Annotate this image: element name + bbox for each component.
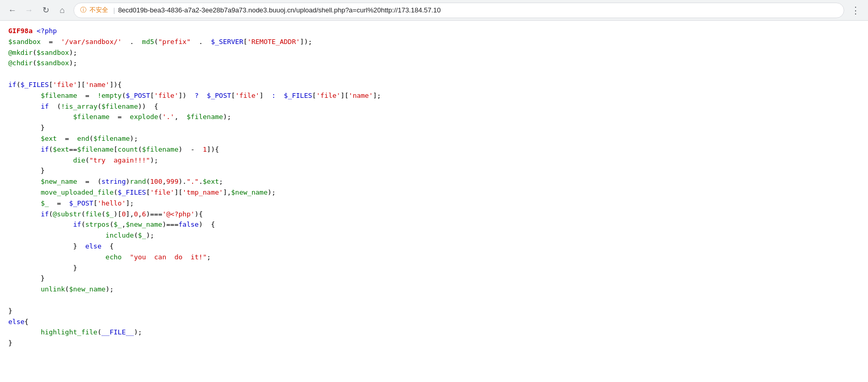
- code-line-12: if($ext==$filename[count($filename) - 1]…: [8, 144, 860, 155]
- code-line-22: echo "you can do it!";: [8, 252, 860, 263]
- code-line-3: @mkdir($sandbox);: [8, 48, 860, 58]
- code-line-17: $_ = $_POST['hello'];: [8, 198, 860, 209]
- code-line-1: GIF98a <?php: [8, 26, 860, 37]
- code-line-18: if(@substr(file($_)[0],0,6)==='@<?php'){: [8, 209, 860, 220]
- code-line-15: $new_name = (string)rand(100,999).".".$e…: [8, 177, 860, 187]
- code-line-11: $ext = end($filename);: [8, 134, 860, 144]
- code-line-20: include($_);: [8, 230, 860, 241]
- back-button[interactable]: ←: [5, 3, 20, 18]
- code-line-21: } else {: [8, 241, 860, 252]
- code-line-23: }: [8, 263, 860, 274]
- reload-button[interactable]: ↻: [38, 3, 53, 18]
- browser-menu-button[interactable]: ⋮: [848, 3, 863, 18]
- code-line-6: if($_FILES['file']['name']){: [8, 80, 860, 91]
- code-line-29: highlight_file(__FILE__);: [8, 327, 860, 338]
- url-text: 8ecd019b-bea3-4836-a7a2-3ee28b7a9a73.nod…: [118, 6, 837, 14]
- security-icon: ⓘ: [80, 6, 86, 14]
- code-line-5: [8, 69, 860, 80]
- code-line-9: $filename = explode('.', $filename);: [8, 112, 860, 123]
- home-button[interactable]: ⌂: [55, 3, 69, 18]
- code-line-24: }: [8, 273, 860, 284]
- nav-buttons: ← → ↻ ⌂: [5, 3, 69, 18]
- address-bar[interactable]: ⓘ 不安全 | 8ecd019b-bea3-4836-a7a2-3ee28b7a…: [73, 3, 844, 18]
- code-line-26: [8, 295, 860, 306]
- code-line-7: $filename = !empty($_POST['file']) ? $_P…: [8, 91, 860, 101]
- code-line-30: }: [8, 338, 860, 349]
- code-line-13: die("try again!!!");: [8, 155, 860, 166]
- code-line-8: if (!is_array($filename)) {: [8, 101, 860, 112]
- code-line-16: move_uploaded_file($_FILES['file']['tmp_…: [8, 187, 860, 198]
- forward-button[interactable]: →: [22, 3, 36, 18]
- code-line-2: $sandbox = '/var/sandbox/' . md5("prefix…: [8, 37, 860, 48]
- url-separator: |: [113, 7, 115, 14]
- code-line-4: @chdir($sandbox);: [8, 58, 860, 69]
- security-label: 不安全: [90, 6, 108, 14]
- code-display: GIF98a <?php $sandbox = '/var/sandbox/' …: [0, 21, 868, 354]
- code-line-10: }: [8, 123, 860, 134]
- code-line-28: else{: [8, 317, 860, 328]
- code-line-14: }: [8, 166, 860, 177]
- code-line-27: }: [8, 306, 860, 317]
- code-line-19: if(strpos($_,$new_name)===false) {: [8, 219, 860, 230]
- code-line-25: unlink($new_name);: [8, 284, 860, 295]
- browser-toolbar: ← → ↻ ⌂ ⓘ 不安全 | 8ecd019b-bea3-4836-a7a2-…: [0, 0, 868, 21]
